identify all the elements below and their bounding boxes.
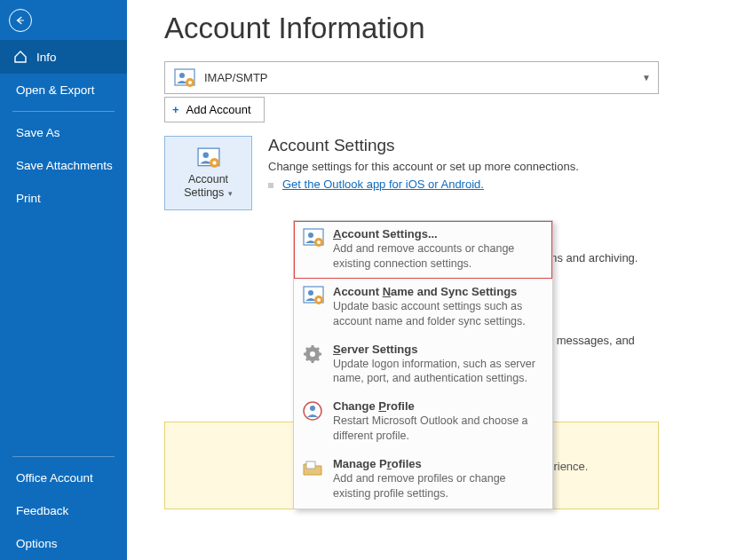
sidebar-nav-bottom: Office Account Feedback Options [0, 447, 127, 560]
sidebar-item-feedback[interactable]: Feedback [0, 494, 127, 527]
menu-item-description: Update basic account settings such as ac… [333, 299, 543, 329]
sidebar-item-info[interactable]: Info [0, 40, 127, 74]
menu-item-description: Restart Microsoft Outlook and choose a d… [333, 414, 543, 444]
sidebar-divider [12, 456, 115, 457]
back-header [0, 0, 127, 40]
bullet-icon [268, 183, 273, 188]
sidebar-spacer [0, 215, 127, 447]
person-gear-icon [194, 146, 223, 170]
menu-item-text: Account Name and Sync Settings Update ba… [333, 285, 543, 329]
backstage-sidebar: Info Open & Export Save As Save Attachme… [0, 0, 127, 560]
menu-item-description: Update logon information, such as server… [333, 357, 543, 387]
get-outlook-app-link[interactable]: Get the Outlook app for iOS or Android. [282, 177, 484, 191]
sidebar-item-label: Open & Export [16, 83, 95, 97]
sidebar-item-save-as[interactable]: Save As [0, 116, 127, 149]
menu-item-description: Add and remove profiles or change existi… [333, 471, 543, 501]
account-selector-dropdown[interactable]: IMAP/SMTP ▼ [164, 61, 659, 94]
account-settings-menu: Account Settings... Add and remove accou… [293, 220, 553, 509]
account-settings-text: Account Settings Change settings for thi… [268, 136, 659, 210]
main-content: Account Information IMAP/SMTP ▼ + Add Ac… [127, 0, 729, 560]
back-button[interactable] [9, 9, 32, 32]
page-title: Account Information [164, 0, 729, 61]
menu-item-2[interactable]: Server Settings Update logon information… [294, 336, 552, 394]
menu-item-text: Account Settings... Add and remove accou… [333, 227, 543, 272]
button-label: Account Settings ▾ [184, 173, 233, 200]
chevron-down-icon: ▾ [226, 189, 233, 198]
sidebar-divider [12, 111, 115, 112]
sidebar-item-label: Info [36, 51, 57, 64]
link-row: Get the Outlook app for iOS or Android. [268, 177, 659, 191]
menu-item-3[interactable]: Change Profile Restart Microsoft Outlook… [294, 393, 552, 451]
sidebar-item-label: Office Account [16, 471, 93, 485]
section-heading: Account Settings [268, 136, 659, 155]
menu-item-title: Server Settings [333, 343, 543, 356]
plus-icon: + [172, 103, 179, 116]
sidebar-item-label: Save As [16, 126, 60, 139]
sidebar-nav-top: Info Open & Export Save As Save Attachme… [0, 40, 127, 215]
sidebar-item-open-export[interactable]: Open & Export [0, 74, 127, 106]
chevron-down-icon: ▼ [642, 73, 651, 83]
sidebar-item-label: Print [16, 192, 41, 205]
account-settings-section: Account Settings ▾ Account Settings Chan… [164, 136, 659, 210]
add-account-label: Add Account [186, 103, 251, 116]
sidebar-item-print[interactable]: Print [0, 182, 127, 215]
sidebar-item-label: Options [16, 537, 58, 550]
folder-icon [301, 457, 324, 480]
home-icon [13, 50, 28, 64]
sidebar-item-options[interactable]: Options [0, 527, 127, 560]
gear-icon [301, 343, 324, 366]
menu-item-text: Manage Profiles Add and remove profiles … [333, 457, 543, 501]
menu-item-text: Change Profile Restart Microsoft Outlook… [333, 399, 543, 444]
menu-item-1[interactable]: Account Name and Sync Settings Update ba… [294, 279, 552, 336]
menu-item-0[interactable]: Account Settings... Add and remove accou… [294, 221, 552, 279]
swap-icon [301, 399, 324, 422]
sidebar-item-save-attachments[interactable]: Save Attachments [0, 149, 127, 182]
menu-item-title: Account Settings... [333, 227, 543, 241]
sidebar-item-office-account[interactable]: Office Account [0, 461, 127, 494]
sidebar-item-label: Save Attachments [16, 159, 113, 172]
menu-item-text: Server Settings Update logon information… [333, 343, 543, 387]
menu-item-title: Change Profile [333, 399, 543, 413]
account-settings-button[interactable]: Account Settings ▾ [164, 136, 252, 210]
menu-item-title: Account Name and Sync Settings [333, 285, 543, 298]
add-account-button[interactable]: + Add Account [164, 97, 265, 122]
sidebar-item-label: Feedback [16, 504, 68, 517]
account-icon [172, 67, 197, 89]
account-selector-value: IMAP/SMTP [204, 71, 268, 84]
menu-item-title: Manage Profiles [333, 457, 543, 470]
person-gear-icon [301, 285, 324, 308]
menu-item-4[interactable]: Manage Profiles Add and remove profiles … [294, 451, 552, 509]
person-gear-icon [301, 227, 324, 250]
menu-item-description: Add and remove accounts or change existi… [333, 241, 543, 272]
back-arrow-icon [14, 14, 27, 27]
section-description: Change settings for this account or set … [268, 159, 659, 175]
